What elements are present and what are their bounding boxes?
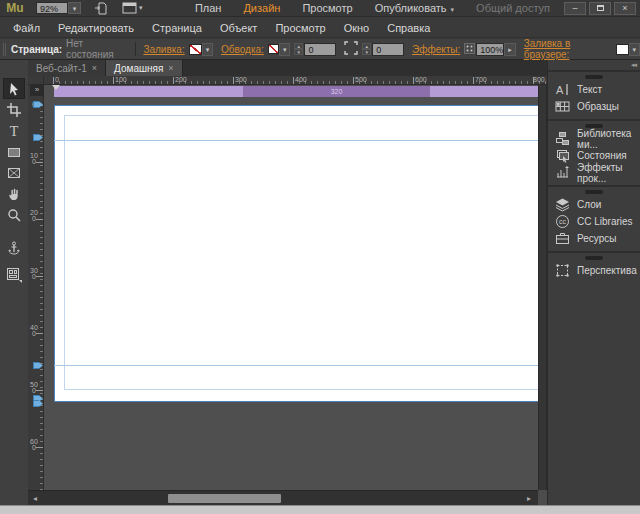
tab-home-page[interactable]: Домашняя × [106, 60, 183, 76]
mode-design[interactable]: Дизайн [243, 2, 280, 14]
stroke-width-stepper[interactable]: ▴ ▾ [294, 43, 303, 55]
panel-text[interactable]: A Текст [548, 81, 640, 98]
horizontal-scrollbar[interactable]: ◂ ▸ [28, 490, 538, 505]
mode-share: Общий доступ [476, 2, 550, 14]
stroke-swatch[interactable] [268, 44, 279, 54]
effects-fx-icon[interactable] [464, 43, 475, 56]
tools-panel: T [0, 60, 28, 505]
ruler-label: 700 [475, 76, 487, 83]
selection-tool[interactable] [3, 78, 25, 99]
page-canvas[interactable] [54, 105, 538, 402]
design-canvas[interactable]: 320 [44, 85, 538, 490]
left-margin-guide[interactable] [64, 115, 65, 389]
menu-window[interactable]: Окно [335, 18, 379, 38]
maximize-button[interactable] [589, 2, 611, 15]
header-guide[interactable] [54, 140, 538, 141]
effects-opacity-field[interactable]: 100% [476, 43, 504, 56]
horizontal-ruler[interactable]: 0 100 200 300 400 500 600 700 800 [44, 76, 547, 85]
browser-fill-dropdown-button[interactable]: ▾ [629, 43, 640, 56]
panel-dock: ◂◂ A Текст Образцы Библиотека ми... Сост… [547, 60, 640, 505]
menu-edit[interactable]: Редактировать [49, 18, 143, 38]
mode-preview[interactable]: Просмотр [302, 2, 352, 14]
browser-fill-label[interactable]: Заливка в браузере: [524, 38, 612, 60]
group-grip-icon[interactable] [585, 190, 603, 194]
document-tab-bar: Веб-сайт-1 × Домашняя × [28, 60, 547, 76]
dock-collapse-button[interactable]: ◂◂ [548, 60, 640, 70]
frame-icon [7, 166, 21, 180]
ruler-label: 200 [30, 210, 38, 222]
workspace-modes: План Дизайн Просмотр Опубликовать▾ Общий… [195, 2, 550, 14]
minimize-button[interactable]: – [564, 2, 586, 15]
panel-perspective[interactable]: Перспектива [548, 262, 640, 279]
close-tab-icon[interactable]: × [168, 63, 173, 73]
menu-file[interactable]: Файл [4, 18, 49, 38]
menu-bar: Файл Редактировать Страница Объект Просм… [0, 18, 640, 38]
breakpoint-bar[interactable]: 320 [54, 86, 538, 97]
stepper-down-icon[interactable]: ▾ [362, 49, 371, 55]
breakpoint-marker-icon[interactable] [52, 85, 60, 90]
scroll-right-icon[interactable]: ▸ [524, 493, 534, 504]
view-options-button[interactable]: ▾ [122, 2, 143, 14]
zoom-tool[interactable] [3, 204, 25, 225]
group-grip-icon[interactable] [585, 256, 603, 260]
scroll-left-icon[interactable]: ◂ [30, 493, 40, 504]
states-icon [555, 148, 570, 163]
close-tab-icon[interactable]: × [92, 63, 97, 73]
svg-text:A: A [556, 84, 564, 96]
fill-swatch[interactable] [189, 44, 202, 55]
rectangle-frame-tool[interactable] [3, 162, 25, 183]
view-options-icon [122, 2, 137, 14]
close-button[interactable]: × [614, 2, 636, 15]
vertical-scrollbar[interactable] [538, 85, 547, 490]
text-tool[interactable]: T [3, 120, 25, 141]
vertical-ruler[interactable]: 0 100 200 300 400 500 600 [28, 85, 44, 490]
bottom-margin-guide[interactable] [64, 389, 538, 390]
panel-assets[interactable]: Ресурсы [548, 230, 640, 247]
fill-dropdown-button[interactable]: ▾ [202, 43, 213, 56]
browser-fill-swatch[interactable] [616, 44, 629, 55]
hand-tool[interactable] [3, 183, 25, 204]
effects-label[interactable]: Эффекты: [412, 44, 460, 55]
zoom-level-field[interactable]: 92% [36, 2, 68, 14]
scrollbar-thumb[interactable] [168, 494, 281, 503]
tab-site[interactable]: Веб-сайт-1 × [28, 60, 106, 76]
place-file-icon [95, 2, 108, 15]
menu-object[interactable]: Объект [211, 18, 266, 38]
footer-guide[interactable] [54, 365, 538, 366]
crop-tool[interactable] [3, 99, 25, 120]
menu-view[interactable]: Просмотр [266, 18, 334, 38]
corner-radius-field[interactable]: 0 [372, 43, 404, 56]
stroke-width-field[interactable]: 0 [304, 43, 336, 56]
panel-layers[interactable]: Слои [548, 196, 640, 213]
widget-tool[interactable] [3, 264, 25, 285]
zoom-dropdown-button[interactable]: ▾ [68, 2, 81, 14]
stepper-down-icon[interactable]: ▾ [294, 49, 303, 55]
stroke-dropdown-button[interactable]: ▾ [279, 43, 290, 56]
panel-cc-libraries[interactable]: cc CC Libraries [548, 213, 640, 230]
group-grip-icon[interactable] [585, 75, 603, 79]
panel-swatches[interactable]: Образцы [548, 98, 640, 115]
layers-icon [555, 197, 570, 212]
mode-plan[interactable]: План [195, 2, 222, 14]
fill-label[interactable]: Заливка: [143, 44, 184, 55]
ruler-label: 200 [175, 76, 187, 83]
effects-expand-button[interactable]: ▸ [504, 43, 515, 56]
menu-help[interactable]: Справка [378, 18, 439, 38]
rectangle-tool[interactable] [3, 141, 25, 162]
breakpoint-chevron-icon[interactable]: » [30, 84, 44, 96]
breakpoint-range[interactable]: 320 [243, 86, 430, 97]
anchor-tool[interactable] [3, 237, 25, 258]
anchor-icon [7, 241, 21, 255]
mode-publish[interactable]: Опубликовать▾ [375, 2, 454, 14]
menu-page[interactable]: Страница [143, 18, 211, 38]
zoom-combo[interactable]: 92% ▾ [36, 2, 81, 14]
corner-radius-stepper[interactable]: ▴ ▾ [362, 43, 371, 55]
place-file-button[interactable] [95, 2, 108, 15]
panel-scroll-effects[interactable]: Эффекты прок... [548, 164, 640, 181]
control-bar: Страница: Нет состояния Заливка: ▾ Обвод… [0, 39, 640, 60]
panel-group: A Текст Образцы [548, 70, 640, 119]
top-margin-guide[interactable] [64, 115, 538, 116]
panel-widgets-library[interactable]: Библиотека ми... [548, 130, 640, 147]
ruler-label: 100 [115, 76, 127, 83]
stroke-label[interactable]: Обводка: [221, 44, 264, 55]
